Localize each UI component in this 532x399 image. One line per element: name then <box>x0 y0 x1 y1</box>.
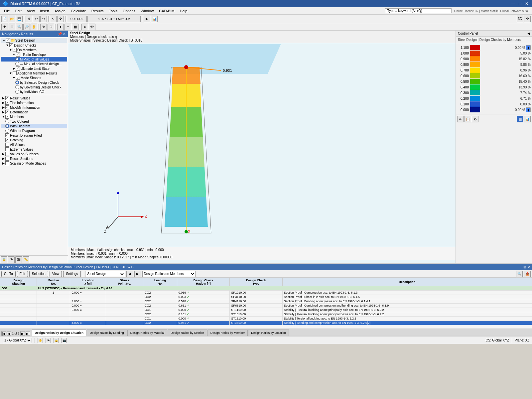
menu-tools[interactable]: Tools <box>106 8 120 14</box>
filter-btn[interactable]: 🔍 <box>516 271 523 277</box>
table-row-2[interactable]: CO2 0.093 ✓ SP3110.00 Section Proof | Sh… <box>0 295 532 299</box>
menu-edit[interactable]: Edit <box>13 8 24 14</box>
table-row-7[interactable]: CO1 0.000 ✓ ST1510.00 Stability | Torsio… <box>0 317 532 321</box>
nav-btn1[interactable]: 🔒 <box>1 256 7 263</box>
radio-sel[interactable] <box>15 80 19 84</box>
radio-wod[interactable] <box>5 129 9 133</box>
table-row-4[interactable]: 0.000 = CO2 0.661 ✓ SP6810.00 Section Pr… <box>0 304 532 308</box>
tb-line[interactable]: ━ <box>65 24 71 30</box>
coord-system-select[interactable]: 1 - Global XYZ <box>3 338 32 343</box>
cp-btn-edit[interactable]: ✏ <box>457 116 464 122</box>
radio-gov[interactable] <box>15 85 19 89</box>
results-combo[interactable]: Design Ratios on Members <box>142 271 196 277</box>
nav-values-surfaces[interactable]: ▶ Values on Surfaces <box>1 152 67 156</box>
cp-btn-table[interactable]: ▦ <box>517 116 523 122</box>
table-row-8[interactable]: 4.000 = CO2 0.931 ✓ ST3310.00 Stability … <box>0 321 532 325</box>
table-row-3[interactable]: 4.000 = CO2 0.598 ✓ SP4110.00 Section Pr… <box>0 299 532 304</box>
nav-extreme-values[interactable]: Extreme Values <box>1 147 67 152</box>
nav-deformation[interactable]: ▶ Deformation <box>1 110 67 114</box>
nav-btn3[interactable]: 🎥 <box>15 256 22 263</box>
nav-by-governing[interactable]: by Governing Design Check <box>1 85 67 89</box>
check-steel-design[interactable] <box>6 39 10 43</box>
nav-result-sections[interactable]: ▶ Result Sections <box>1 156 67 161</box>
tb-render[interactable]: ◈ <box>81 24 88 30</box>
tb-surface[interactable]: ▦ <box>72 24 78 30</box>
nav-btn2[interactable]: 👁 <box>8 256 15 263</box>
cp-btn-chart[interactable]: 📊 <box>524 116 531 122</box>
check-rv[interactable] <box>5 96 9 100</box>
menu-options[interactable]: Options <box>120 8 138 14</box>
tb-save[interactable]: 💾 <box>16 16 23 22</box>
nav-by-individual[interactable]: by Individual CO <box>1 89 67 94</box>
table-row-5[interactable]: 0.000 = CO1 0.000 ✓ ST1110.00 Stability … <box>0 308 532 312</box>
selection-button[interactable]: Selection <box>29 271 48 277</box>
nav-two-colored[interactable]: Two-Colored <box>1 119 67 124</box>
design-combo[interactable]: Steel Design <box>85 271 125 277</box>
nav-max-selected[interactable]: — Max. of selected design... <box>1 62 67 66</box>
status-btn2[interactable]: 👁 <box>46 338 51 343</box>
prev-btn[interactable]: ◀ <box>126 271 133 277</box>
next-page-btn[interactable]: ▶ <box>20 331 25 336</box>
tb-select[interactable]: ↖ <box>50 16 57 22</box>
nav-by-selected[interactable]: by Selected Design Check <box>1 80 67 85</box>
check-add[interactable] <box>13 71 17 75</box>
nav-steel-design[interactable]: ▼ 📁 Steel Design <box>1 38 67 43</box>
radio-tc[interactable] <box>5 119 9 123</box>
nav-without-diagram[interactable]: Without Diagram <box>1 128 67 133</box>
title-bar-controls[interactable]: — □ ✕ <box>511 1 529 6</box>
menu-results[interactable]: Results <box>89 8 106 14</box>
nav-title-info[interactable]: ▶ Title Information <box>1 100 67 105</box>
check-rf[interactable] <box>5 133 9 137</box>
legend-right-btn[interactable]: ▮ <box>526 45 531 50</box>
search-input[interactable]: Type a keyword (Alt+Q) <box>385 8 452 13</box>
nav-ratio-envelope[interactable]: ▼ η Ratio Envelope <box>1 52 67 57</box>
nav-btn4[interactable]: 📏 <box>23 256 29 263</box>
tb-grid[interactable]: ⊞ <box>9 24 15 30</box>
nav-max-all[interactable]: M Max. of all values <box>1 57 67 62</box>
table-row-6[interactable]: CO2 0.101 ✓ ST1310.00 Stability | Flexur… <box>0 312 532 317</box>
legend-bottom-right-btn[interactable]: ▮ <box>526 107 531 112</box>
tb-combo-ulst[interactable]: ULS CO2 <box>67 16 87 22</box>
tb-snap[interactable]: ✚ <box>1 24 8 30</box>
minimize-button[interactable]: — <box>511 1 516 6</box>
nav-additional[interactable]: ▼ Additional Member Results <box>1 71 67 75</box>
tab-by-situation[interactable]: Design Ratios by Design Situation <box>32 330 87 336</box>
next-btn[interactable]: ▶ <box>134 271 141 277</box>
check-mode[interactable] <box>16 76 20 80</box>
status-btn3[interactable]: 🔒 <box>54 338 59 343</box>
menu-calculate[interactable]: Calculate <box>68 8 89 14</box>
nav-close-btn[interactable]: ✕ <box>63 32 66 36</box>
menu-file[interactable]: File <box>1 8 13 14</box>
check-hat[interactable] <box>5 138 9 142</box>
check-sc[interactable] <box>5 161 9 165</box>
tb-open[interactable]: 📂 <box>9 16 15 22</box>
cp-btn-settings[interactable]: ⚙ <box>472 116 478 122</box>
goto-button[interactable]: Go To <box>1 271 16 277</box>
radio-max-sel[interactable] <box>15 62 19 66</box>
cp-collapse-btn[interactable]: ◀ <box>527 32 530 35</box>
tb-pan[interactable]: ✋ <box>31 24 37 30</box>
check-mem[interactable] <box>5 115 9 119</box>
nav-with-diagram[interactable]: With Diagram <box>1 124 67 128</box>
tb-node[interactable]: ● <box>57 24 64 30</box>
check-rs[interactable] <box>5 157 9 161</box>
menu-view[interactable]: View <box>24 8 38 14</box>
table-row-ds1-header[interactable]: DS1 ULS (STR/GEO) - Permanent and transi… <box>0 286 532 291</box>
nav-maxmin-info[interactable]: ▶ Max/Min Information <box>1 105 67 110</box>
tb-settings[interactable]: ⚙ <box>524 16 531 22</box>
check-ult[interactable] <box>16 66 20 70</box>
check-av[interactable] <box>5 143 9 147</box>
tb-zoom-in[interactable]: 🔍 <box>16 24 23 30</box>
tb-print[interactable]: 🖨 <box>26 16 32 22</box>
prev-page-btn[interactable]: ◀ <box>7 331 11 336</box>
nav-result-filled[interactable]: Result Diagram Filled <box>1 133 67 138</box>
nav-hatching[interactable]: Hatching <box>1 138 67 142</box>
nav-all-values[interactable]: All Values <box>1 142 67 147</box>
bottom-float-btn[interactable]: ⊞ <box>523 265 526 269</box>
check-ratio-env[interactable] <box>16 53 20 57</box>
menu-cadbim[interactable]: CAD-BIM <box>156 8 177 14</box>
tab-by-location[interactable]: Design Ratios by Location <box>248 330 289 336</box>
tb-results[interactable]: 📊 <box>151 16 158 22</box>
tab-by-section[interactable]: Design Ratios by Section <box>168 330 207 336</box>
nav-pin-btn[interactable]: 📌 <box>58 32 62 36</box>
